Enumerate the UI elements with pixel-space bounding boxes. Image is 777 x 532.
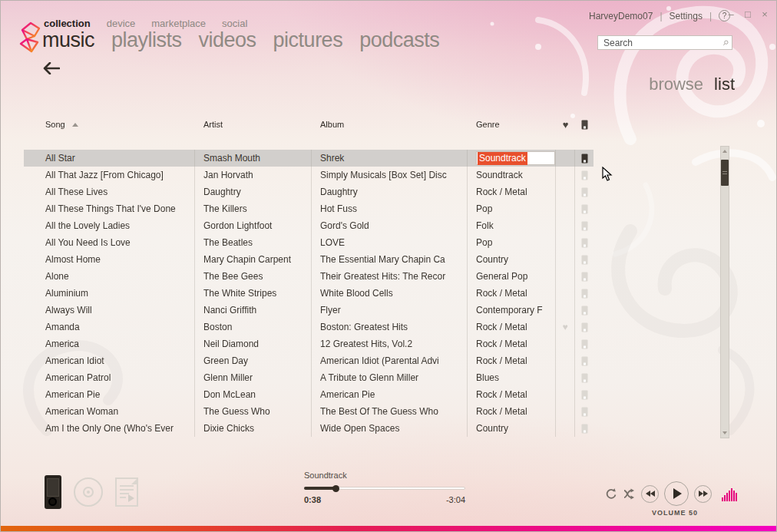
album-cell: The Best Of The Guess Who — [320, 406, 438, 417]
maximize-button[interactable]: □ — [742, 8, 753, 20]
album-cell: 12 Greatest Hits, Vol.2 — [320, 339, 412, 349]
artist-cell: Gordon Lightfoot — [203, 220, 272, 231]
zune-device-icon — [581, 407, 588, 417]
close-button[interactable]: × — [759, 8, 770, 20]
column-header-loved[interactable]: ♥ — [556, 117, 575, 131]
progress-fill — [304, 487, 336, 490]
song-cell: All These Lives — [45, 187, 107, 197]
disc-source-button[interactable] — [74, 477, 103, 507]
nav-music[interactable]: music — [42, 28, 94, 52]
nav-videos[interactable]: videos — [199, 28, 256, 52]
table-row[interactable]: America Neil Diamond 12 Greatest Hits, V… — [24, 335, 593, 352]
table-row[interactable]: All These Lives Daughtry Daughtry Rock /… — [24, 183, 593, 200]
song-cell: Almost Home — [45, 254, 101, 265]
minimize-button[interactable]: – — [726, 8, 736, 20]
repeat-icon[interactable] — [604, 487, 617, 501]
nav-device[interactable]: device — [107, 18, 136, 29]
volume-label: VOLUME 50 — [644, 509, 706, 517]
genre-cell: Contemporary F — [476, 305, 543, 316]
search-icon — [722, 38, 729, 48]
table-row[interactable]: Alone The Bee Gees Their Greatest Hits: … — [24, 268, 593, 285]
table-row[interactable]: All the Lovely Ladies Gordon Lightfoot G… — [24, 217, 593, 234]
playlist-source-button[interactable] — [115, 477, 138, 507]
view-browse[interactable]: browse — [649, 74, 703, 94]
artist-cell: Don McLean — [203, 389, 256, 400]
nav-social[interactable]: social — [222, 18, 247, 29]
nav-pictures[interactable]: pictures — [273, 28, 343, 52]
search-input[interactable] — [603, 38, 722, 48]
sort-ascending-icon — [72, 123, 78, 127]
nav-marketplace[interactable]: marketplace — [151, 18, 206, 29]
separator: | — [709, 11, 712, 21]
genre-cell: Rock / Metal — [476, 288, 527, 299]
column-header-artist[interactable]: Artist — [195, 117, 312, 131]
equalizer-icon[interactable] — [722, 486, 737, 501]
back-button[interactable] — [43, 62, 60, 74]
column-header-song[interactable]: Song — [24, 117, 195, 131]
shuffle-icon[interactable] — [623, 487, 636, 501]
heart-icon[interactable]: ♥ — [562, 322, 567, 332]
genre-cell: Folk — [476, 220, 494, 231]
artist-header-label: Artist — [203, 120, 223, 129]
column-header-album[interactable]: Album — [312, 117, 468, 131]
artist-cell: Nanci Griffith — [203, 305, 256, 316]
nav-playlists[interactable]: playlists — [111, 28, 182, 52]
play-button[interactable] — [664, 481, 689, 506]
device-source-button[interactable] — [45, 475, 61, 509]
settings-link[interactable]: Settings — [670, 11, 703, 21]
song-cell: American Idiot — [45, 355, 104, 366]
album-cell: A Tribute to Glenn Miller — [320, 372, 418, 383]
scrollbar-thumb[interactable] — [721, 160, 729, 186]
column-header-genre[interactable]: Genre — [468, 117, 556, 131]
table-row[interactable]: American Patrol Glenn Miller A Tribute t… — [24, 369, 593, 386]
genre-edit-input[interactable]: Soundtrack — [476, 151, 555, 165]
nav-podcasts[interactable]: podcasts — [359, 28, 439, 52]
album-header-label: Album — [320, 120, 344, 129]
genre-cell: Rock / Metal — [476, 187, 527, 197]
search-box[interactable] — [597, 35, 732, 50]
table-row[interactable]: All You Need Is Love The Beatles LOVE Po… — [24, 234, 593, 251]
genre-cell: Rock / Metal — [476, 406, 527, 417]
table-row[interactable]: Almost Home Mary Chapin Carpent The Esse… — [24, 251, 593, 268]
next-button[interactable] — [694, 485, 712, 503]
song-cell: American Patrol — [45, 372, 111, 383]
artist-cell: Smash Mouth — [203, 153, 260, 164]
table-row[interactable]: All These Things That I've Done The Kill… — [24, 200, 593, 217]
vertical-scrollbar[interactable] — [720, 146, 729, 438]
table-row[interactable]: Am I the Only One (Who's Ever Dixie Chic… — [24, 420, 593, 437]
zune-device-icon — [581, 289, 588, 299]
column-header-device[interactable] — [575, 117, 593, 131]
table-row[interactable]: All That Jazz [From Chicago] Jan Horvath… — [24, 167, 593, 183]
genre-selected-text: Soundtrack — [478, 152, 527, 165]
previous-button[interactable] — [641, 485, 659, 503]
scroll-down-icon[interactable] — [721, 429, 729, 437]
genre-cell: Country — [476, 423, 508, 434]
table-row[interactable]: American Pie Don McLean American Pie Roc… — [24, 386, 593, 403]
table-row[interactable]: All Star Smash Mouth Shrek Soundtrack — [24, 150, 593, 167]
transport-controls — [604, 481, 737, 506]
artist-cell: The Beatles — [203, 237, 253, 248]
artist-cell: Dixie Chicks — [203, 423, 254, 434]
nav-collection[interactable]: collection — [44, 18, 91, 29]
primary-nav: collection device marketplace social — [44, 18, 247, 29]
scroll-up-icon[interactable] — [721, 147, 729, 155]
table-row[interactable]: Aluminium The White Stripes White Blood … — [24, 285, 593, 302]
table-row[interactable]: American Woman The Guess Who The Best Of… — [24, 403, 593, 420]
zune-device-icon — [581, 204, 588, 214]
album-cell: Shrek — [320, 153, 344, 164]
artist-cell: The White Stripes — [203, 288, 276, 299]
album-cell: American Pie — [320, 389, 375, 400]
view-list[interactable]: list — [714, 74, 735, 94]
account-name[interactable]: HarveyDemo07 — [589, 11, 653, 21]
progress-bar[interactable] — [304, 485, 465, 492]
table-row[interactable]: Always Will Nanci Griffith Flyer Contemp… — [24, 302, 593, 319]
song-table-body: All Star Smash Mouth Shrek Soundtrack Al… — [24, 150, 593, 437]
album-cell: Their Greatest Hits: The Recor — [320, 271, 445, 282]
table-row[interactable]: Amanda Boston Boston: Greatest Hits Rock… — [24, 319, 593, 335]
song-cell: Amanda — [45, 322, 80, 332]
zune-logo[interactable] — [16, 21, 45, 55]
progress-knob[interactable] — [332, 485, 339, 492]
table-row[interactable]: American Idiot Green Day American Idiot … — [24, 352, 593, 369]
genre-cell: Rock / Metal — [476, 355, 527, 366]
song-cell: Aluminium — [45, 288, 88, 299]
